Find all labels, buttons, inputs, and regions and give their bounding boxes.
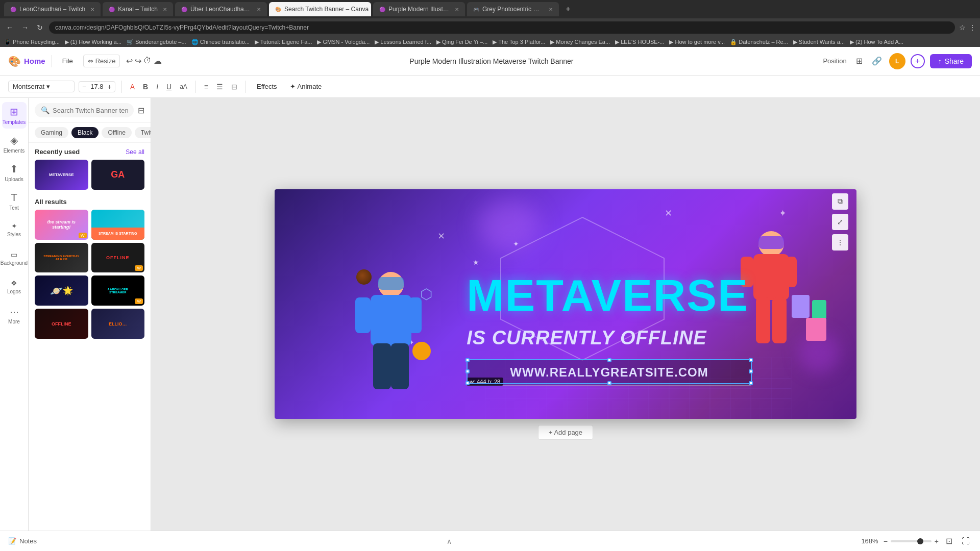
bookmark-12[interactable]: 🔒 Datenschutz – Re... — [730, 39, 788, 45]
template-planet[interactable]: 🪐 🌟 — [35, 276, 88, 306]
sidebar-item-logos[interactable]: ❖ Logos — [2, 273, 27, 300]
tab-5[interactable]: 🎮Grey Photocentric Game Nigh…✕ — [467, 2, 559, 16]
template-gaming[interactable]: GA — [91, 160, 145, 190]
main-title[interactable]: METAVERSE — [467, 269, 749, 321]
chip-twitch[interactable]: Twitch bann… — [135, 127, 151, 138]
list-button[interactable]: ☰ — [214, 81, 225, 93]
template-streaming[interactable]: STREAMING EVERYDAYAT 8 PM — [35, 243, 88, 273]
bookmark-13[interactable]: ▶ Student Wants a... — [793, 39, 845, 45]
sidebar-item-text[interactable]: T Text — [2, 188, 27, 214]
search-input[interactable] — [53, 107, 128, 114]
bookmark-icon[interactable]: ☆ — [959, 23, 966, 32]
sidebar-item-uploads[interactable]: ⬆ Uploads — [2, 159, 27, 186]
notes-button[interactable]: 📝 Notes — [8, 537, 37, 545]
tab-2[interactable]: 🟣Über LeonChaudhari – Twitch✕ — [175, 2, 267, 16]
font-size-increase[interactable]: + — [107, 83, 113, 91]
template-starting[interactable]: the stream isstarting! W — [35, 210, 88, 240]
template-offline2[interactable]: OFFLINE — [35, 309, 88, 339]
fit-view-button[interactable]: ⊡ — [944, 534, 954, 548]
canvas-area[interactable]: ✕ ✕ ✦ ✕ ✦ ★ ✦ ✦ — [151, 98, 980, 531]
tab-4[interactable]: 🟣Purple Modern Illustration Me…✕ — [373, 2, 465, 16]
template-offline[interactable]: OFFLINE W — [91, 243, 145, 273]
underline-button[interactable]: U — [164, 81, 174, 93]
sidebar-item-elements[interactable]: ◈ Elements — [2, 131, 27, 157]
effects-button[interactable]: Effects — [252, 80, 282, 93]
sidebar-item-more[interactable]: ⋯ More — [2, 302, 27, 329]
bold-button[interactable]: B — [141, 81, 150, 93]
tab-1[interactable]: 🟣Kanal – Twitch✕ — [103, 2, 173, 16]
bookmark-3[interactable]: 🌐 Chinese translatio... — [191, 39, 250, 45]
home-button[interactable]: 🎨 Home — [8, 55, 45, 67]
handle-bl[interactable] — [465, 381, 470, 385]
user-avatar[interactable]: L — [889, 53, 905, 69]
bookmark-4[interactable]: ▶ Tutorial: Eigene Fa... — [255, 39, 312, 45]
handle-tl[interactable] — [465, 358, 470, 362]
chip-gaming[interactable]: Gaming — [35, 127, 68, 138]
filter-button[interactable]: ⊟ — [138, 106, 144, 115]
position-button[interactable]: Position — [821, 55, 848, 67]
address-bar[interactable]: canva.com/design/DAFOghblsQ/OLoTZI5s-vyP… — [49, 21, 955, 34]
grid-icon[interactable]: ⊞ — [854, 54, 865, 68]
bookmark-10[interactable]: ▶ LEE'S HOUSE-... — [615, 39, 664, 45]
fullscreen-button[interactable]: ⛶ — [960, 535, 972, 548]
bookmark-6[interactable]: ▶ Lessons Learned f... — [375, 39, 431, 45]
align-left-button[interactable]: ≡ — [202, 81, 210, 93]
columns-button[interactable]: ⊟ — [229, 81, 239, 93]
font-size-decrease[interactable]: − — [81, 83, 87, 91]
font-size-value[interactable]: 17.8 — [88, 83, 105, 90]
cloud-button[interactable]: ☁ — [154, 56, 162, 66]
back-button[interactable]: ← — [4, 21, 15, 34]
zoom-level[interactable]: 168% — [861, 537, 878, 545]
handle-lm[interactable] — [465, 369, 470, 373]
add-collaborator-button[interactable]: + — [911, 54, 925, 68]
handle-tm[interactable] — [607, 358, 611, 362]
template-ellio[interactable]: ELLIO… — [91, 309, 145, 339]
zoom-slider[interactable] — [891, 540, 932, 542]
forward-button[interactable]: → — [19, 21, 31, 34]
handle-rm[interactable] — [749, 369, 753, 373]
bookmark-1[interactable]: ▶ (1) How Working a... — [65, 39, 121, 45]
bookmark-7[interactable]: ▶ Qing Fei De Yi –... — [436, 39, 487, 45]
chip-offline[interactable]: Offline — [102, 127, 131, 138]
share-button[interactable]: ↑ Share — [930, 54, 972, 68]
italic-button[interactable]: I — [154, 81, 160, 93]
resize-button[interactable]: ⇔ Resize — [83, 55, 120, 67]
new-tab-button[interactable]: + — [561, 2, 575, 16]
bookmark-11[interactable]: ▶ How to get more v... — [669, 39, 725, 45]
copy-canvas-button[interactable]: ⧉ — [832, 193, 848, 210]
see-all-button[interactable]: See all — [126, 148, 144, 156]
bookmark-14[interactable]: ▶ (2) How To Add A... — [850, 39, 903, 45]
zoom-out-icon[interactable]: − — [884, 537, 888, 545]
timer-button[interactable]: ⏱ — [143, 56, 152, 66]
bookmark-8[interactable]: ▶ The Top 3 Platfor... — [493, 39, 545, 45]
bookmark-9[interactable]: ▶ Money Changes Ea... — [550, 39, 610, 45]
undo-button[interactable]: ↩ — [126, 56, 133, 66]
redo-button[interactable]: ↪ — [135, 56, 141, 66]
template-metaverse[interactable]: METAVERSE — [35, 160, 88, 190]
chip-black[interactable]: Black — [71, 127, 99, 138]
handle-bm[interactable] — [607, 381, 611, 385]
sidebar-item-background[interactable]: ▭ Background — [2, 245, 27, 271]
bookmark-2[interactable]: 🛒 Sonderangebote –... — [127, 39, 186, 45]
link-icon[interactable]: 🔗 — [870, 54, 884, 68]
template-aaron[interactable]: AARON LOEBSTREAMER W — [91, 276, 145, 306]
search-box[interactable]: 🔍 — [35, 103, 134, 117]
sidebar-item-styles[interactable]: ✦ Styles — [2, 216, 27, 243]
expand-canvas-button[interactable]: ⤢ — [832, 214, 848, 230]
more-canvas-button[interactable]: ⋮ — [832, 234, 848, 251]
reload-button[interactable]: ↻ — [35, 21, 45, 34]
tab-3[interactable]: 🎨Search Twitch Banner – Canva✕ — [269, 2, 371, 16]
animate-button[interactable]: ✦ Animate — [286, 81, 326, 92]
canvas[interactable]: ✕ ✕ ✦ ✕ ✦ ★ ✦ ✦ — [275, 189, 856, 419]
add-page-button[interactable]: + Add page — [538, 425, 593, 440]
zoom-thumb[interactable] — [917, 538, 923, 544]
font-selector[interactable]: Montserrat ▾ — [8, 81, 75, 92]
color-button[interactable]: A — [128, 81, 137, 93]
handle-br[interactable] — [749, 381, 753, 385]
case-button[interactable]: aA — [178, 81, 189, 92]
handle-tr[interactable] — [749, 358, 753, 362]
template-teal[interactable]: STREAM IS STARTING — [91, 210, 145, 240]
file-menu[interactable]: File — [58, 55, 77, 67]
expand-handle[interactable]: ∧ — [447, 537, 452, 545]
bookmark-5[interactable]: ▶ GMSN - Vologda... — [317, 39, 370, 45]
